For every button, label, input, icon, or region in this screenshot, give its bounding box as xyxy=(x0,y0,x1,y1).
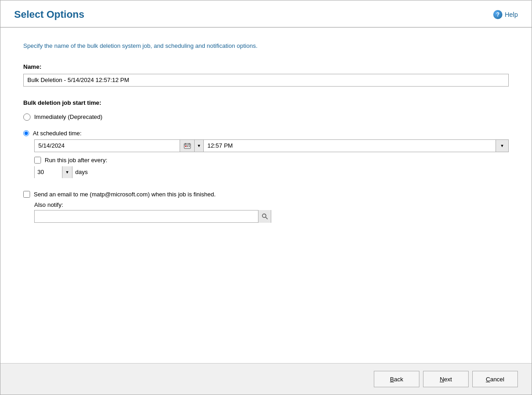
search-icon xyxy=(262,213,268,220)
description-text: Specify the name of the bulk deletion sy… xyxy=(23,41,509,51)
recurrence-checkbox[interactable] xyxy=(34,157,41,164)
help-label: Help xyxy=(505,11,518,18)
recurrence-inputs: ▼ days xyxy=(34,166,509,178)
immediately-label[interactable]: Immediately (Deprecated) xyxy=(34,113,103,120)
scheduled-radio[interactable] xyxy=(23,130,29,136)
next-button[interactable]: Next xyxy=(423,371,469,387)
name-input[interactable] xyxy=(23,74,509,87)
svg-rect-6 xyxy=(189,146,190,147)
time-dropdown-btn[interactable]: ▼ xyxy=(496,139,509,152)
name-section: Name: xyxy=(23,63,509,87)
immediately-radio[interactable] xyxy=(23,113,31,121)
scheduled-section: At scheduled time: xyxy=(23,130,509,178)
dialog: Select Options ? Help Specify the name o… xyxy=(0,0,532,395)
bulk-start-section: Bulk deletion job start time: Immediatel… xyxy=(23,99,509,178)
also-notify-input[interactable] xyxy=(35,210,258,222)
back-label: Back xyxy=(390,376,403,383)
scheduled-inputs: ▼ ▼ xyxy=(34,139,509,152)
notify-search-button[interactable] xyxy=(258,210,271,223)
days-input[interactable] xyxy=(35,166,62,178)
start-time-label: Bulk deletion job start time: xyxy=(23,99,509,106)
calendar-dropdown-btn[interactable]: ▼ xyxy=(195,139,204,152)
days-unit-label: days xyxy=(75,169,88,175)
calendar-button[interactable] xyxy=(180,139,195,152)
notify-input-wrap xyxy=(34,210,271,223)
cancel-button[interactable]: Cancel xyxy=(472,371,518,387)
cancel-label: Cancel xyxy=(486,376,504,383)
also-notify-row: Also notify: xyxy=(34,201,509,223)
svg-point-7 xyxy=(262,214,266,217)
svg-line-8 xyxy=(265,217,268,219)
dialog-body: Specify the name of the bulk deletion sy… xyxy=(0,28,532,363)
email-row: Send an email to me (matp@microsoft.com)… xyxy=(23,191,509,198)
date-input[interactable] xyxy=(34,139,180,152)
svg-rect-4 xyxy=(185,146,186,147)
time-input[interactable] xyxy=(204,139,496,152)
name-label: Name: xyxy=(23,63,509,70)
recurrence-label[interactable]: Run this job after every: xyxy=(45,157,107,164)
days-select-wrap: ▼ xyxy=(34,166,72,178)
help-icon: ? xyxy=(493,10,502,19)
help-link[interactable]: ? Help xyxy=(493,10,518,19)
recurrence-section: Run this job after every: xyxy=(34,157,509,164)
page-title: Select Options xyxy=(14,9,84,21)
dialog-footer: Back Next Cancel xyxy=(0,363,532,395)
svg-rect-5 xyxy=(187,146,188,147)
email-section: Send an email to me (matp@microsoft.com)… xyxy=(23,191,509,223)
email-checkbox[interactable] xyxy=(23,191,30,198)
email-label[interactable]: Send an email to me (matp@microsoft.com)… xyxy=(34,191,216,198)
calendar-icon xyxy=(184,143,191,149)
also-notify-label: Also notify: xyxy=(34,201,509,208)
immediately-option: Immediately (Deprecated) xyxy=(23,113,509,121)
scheduled-label-row: At scheduled time: xyxy=(23,130,509,137)
next-label: Next xyxy=(440,376,452,383)
back-button[interactable]: Back xyxy=(374,371,419,387)
dialog-header: Select Options ? Help xyxy=(0,0,532,28)
days-dropdown-btn[interactable]: ▼ xyxy=(62,166,72,178)
scheduled-label[interactable]: At scheduled time: xyxy=(33,130,82,137)
